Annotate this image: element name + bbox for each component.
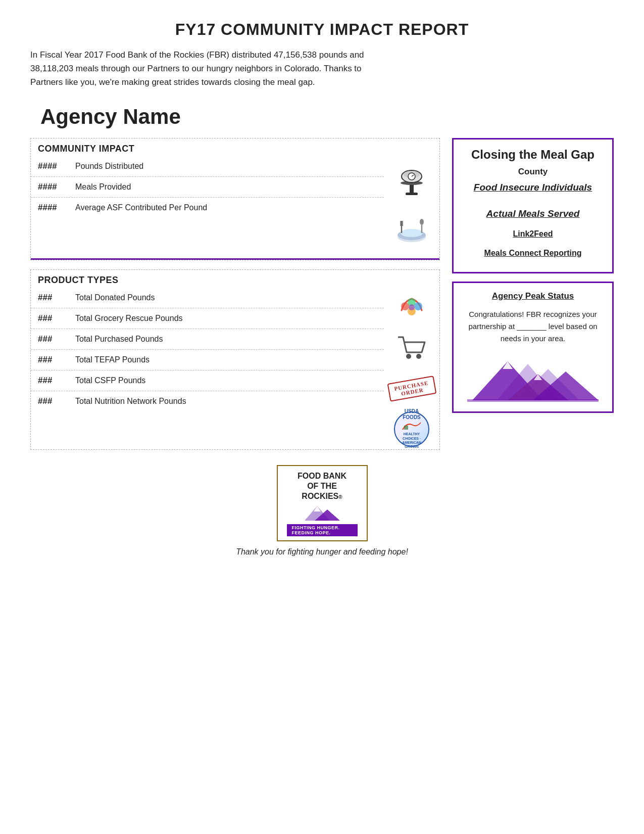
- community-impact-box: COMMUNITY IMPACT #### Pounds Distributed…: [30, 138, 440, 260]
- svg-point-21: [406, 354, 411, 359]
- table-row: #### Average ASF Contributed Per Pound: [31, 197, 384, 218]
- page-title: FY17 COMMUNITY IMPACT REPORT: [30, 20, 614, 39]
- grocery-cart-icon: [395, 328, 428, 368]
- main-layout: COMMUNITY IMPACT #### Pounds Distributed…: [30, 138, 614, 450]
- actual-meals-label: Actual Meals Served: [463, 208, 603, 219]
- link2feed-label: Link2Feed: [463, 229, 603, 239]
- meals-connect-label: Meals Connect Reporting: [463, 249, 603, 258]
- tefap-value: ###: [38, 355, 68, 365]
- grocery-value: ###: [38, 313, 68, 323]
- table-row: ### Total Donated Pounds: [31, 288, 384, 308]
- meal-gap-county: County: [463, 167, 603, 177]
- peak-status-title: Agency Peak Status: [463, 291, 603, 301]
- svg-marker-30: [503, 361, 513, 369]
- svg-rect-32: [467, 399, 599, 402]
- table-row: ### Total Nutrition Network Pounds: [31, 391, 384, 411]
- pounds-label: Pounds Distributed: [75, 162, 143, 171]
- asf-label: Average ASF Contributed Per Pound: [75, 203, 207, 212]
- csfp-label: Total CSFP Pounds: [75, 376, 145, 385]
- meals-value: ####: [38, 182, 68, 192]
- product-types-header: PRODUCT TYPES: [31, 270, 439, 288]
- purchased-label: Total Purchased Pounds: [75, 335, 163, 344]
- fbr-tagline: Fighting Hunger. Feeding Hope.: [287, 524, 358, 536]
- svg-point-22: [416, 354, 421, 359]
- tefap-label: Total TEFAP Pounds: [75, 355, 150, 364]
- svg-rect-24: [404, 426, 408, 430]
- donated-value: ###: [38, 293, 68, 303]
- meal-gap-title: Closing the Meal Gap: [463, 148, 603, 162]
- meal-gap-box: Closing the Meal Gap County Food Insecur…: [452, 138, 614, 273]
- table-row: #### Meals Provided: [31, 176, 384, 197]
- purchased-value: ###: [38, 334, 68, 344]
- community-impact-header: COMMUNITY IMPACT: [31, 138, 439, 156]
- product-types-section: PRODUCT TYPES ### Total Donated Pounds #…: [30, 269, 440, 450]
- peak-status-text: Congratulations! FBR recognizes your par…: [463, 308, 603, 345]
- pt-inner: ### Total Donated Pounds ### Total Groce…: [31, 288, 439, 449]
- community-impact-inner: #### Pounds Distributed #### Meals Provi…: [31, 156, 439, 258]
- donated-label: Total Donated Pounds: [75, 293, 155, 302]
- table-row: ### Total Grocery Rescue Pounds: [31, 308, 384, 329]
- intro-text: In Fiscal Year 2017 Food Bank of the Roc…: [30, 48, 394, 89]
- svg-point-20: [409, 304, 415, 310]
- pt-icon-column: PURCHASE ORDER USDA FOODS: [384, 288, 439, 449]
- svg-marker-35: [314, 506, 321, 512]
- table-row: ### Total Purchased Pounds: [31, 329, 384, 349]
- mountain-illustration: [463, 354, 603, 404]
- ci-icon-column: [384, 156, 439, 258]
- svg-point-9: [401, 229, 423, 237]
- left-column: COMMUNITY IMPACT #### Pounds Distributed…: [30, 138, 440, 450]
- ci-rows: #### Pounds Distributed #### Meals Provi…: [31, 156, 384, 218]
- svg-point-13: [420, 219, 424, 225]
- fbr-logo-box: Food Bank of the Rockies® Fighting Hunge…: [277, 465, 368, 541]
- meals-label: Meals Provided: [75, 182, 131, 192]
- svg-point-18: [414, 302, 422, 310]
- csfp-value: ###: [38, 376, 68, 386]
- scale-icon: [391, 161, 432, 204]
- right-column: Closing the Meal Gap County Food Insecur…: [452, 138, 614, 413]
- product-types-box: PRODUCT TYPES ### Total Donated Pounds #…: [30, 269, 440, 450]
- grocery-label: Total Grocery Rescue Pounds: [75, 314, 183, 323]
- nutrition-label: Total Nutrition Network Pounds: [75, 397, 186, 406]
- peak-status-box: Agency Peak Status Congratulations! FBR …: [452, 282, 614, 413]
- pt-rows: ### Total Donated Pounds ### Total Groce…: [31, 288, 384, 411]
- bottom-area: Food Bank of the Rockies® Fighting Hunge…: [30, 465, 614, 557]
- nutrition-value: ###: [38, 396, 68, 406]
- usda-icon: USDA FOODS HEALTHY CHOICES · AMERICAN GR…: [394, 409, 429, 449]
- table-row: #### Pounds Distributed: [31, 156, 384, 176]
- agency-name: Agency Name: [40, 105, 614, 129]
- donated-icon: [394, 288, 429, 328]
- bottom-tagline: Thank you for fighting hunger and feedin…: [236, 547, 408, 557]
- table-row: ### Total CSFP Pounds: [31, 370, 384, 391]
- purchase-order-icon: PURCHASE ORDER: [388, 368, 435, 409]
- table-row: ### Total TEFAP Pounds: [31, 349, 384, 370]
- fbr-logo-title: Food Bank of the Rockies®: [287, 471, 358, 501]
- asf-value: ####: [38, 203, 68, 213]
- food-insecure-label: Food Insecure Individuals: [463, 182, 603, 193]
- plate-icon: [391, 211, 432, 253]
- pounds-value: ####: [38, 161, 68, 171]
